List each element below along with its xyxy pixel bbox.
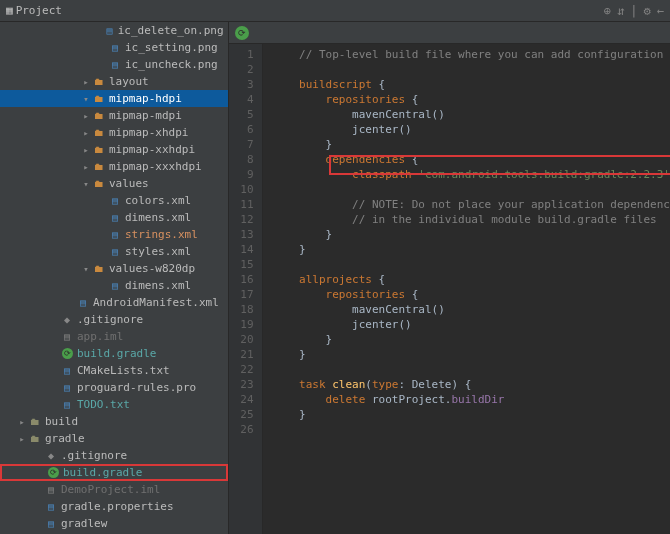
code-line-4[interactable]: repositories { bbox=[273, 92, 670, 107]
expand-arrow-icon[interactable]: ▸ bbox=[80, 145, 92, 155]
line-number: 16 bbox=[229, 272, 254, 287]
tree-item-build-gradle[interactable]: ⟳build.gradle bbox=[0, 345, 228, 362]
code-line-7[interactable]: } bbox=[273, 137, 670, 152]
gear-icon[interactable]: ⚙ bbox=[644, 4, 651, 18]
highlight-box bbox=[329, 155, 670, 175]
line-number: 17 bbox=[229, 287, 254, 302]
file-gray-icon: ▤ bbox=[60, 330, 74, 344]
tree-item-values[interactable]: ▾🖿values bbox=[0, 175, 228, 192]
minimize-icon[interactable]: ← bbox=[657, 4, 664, 18]
code-line-23[interactable]: task clean(type: Delete) { bbox=[273, 377, 670, 392]
code-editor[interactable]: 1234567891011121314151617181920212223242… bbox=[229, 44, 670, 534]
tree-item-mipmap-xhdpi[interactable]: ▸🖿mipmap-xhdpi bbox=[0, 124, 228, 141]
scroll-icon[interactable]: ⇵ bbox=[617, 4, 624, 18]
tree-item-demoproject-iml[interactable]: ▤DemoProject.iml bbox=[0, 481, 228, 498]
code-line-25[interactable]: } bbox=[273, 407, 670, 422]
expand-arrow-icon[interactable]: ▸ bbox=[16, 434, 28, 444]
code-line-12[interactable]: // in the individual module build.gradle… bbox=[273, 212, 670, 227]
tree-item--gitignore[interactable]: ◆.gitignore bbox=[0, 447, 228, 464]
line-number: 26 bbox=[229, 422, 254, 437]
tree-item-label: values-w820dp bbox=[109, 262, 195, 275]
code-line-22[interactable] bbox=[273, 362, 670, 377]
line-number: 21 bbox=[229, 347, 254, 362]
tree-item-gradle[interactable]: ▸🖿gradle bbox=[0, 430, 228, 447]
tree-item-label: ic_uncheck.png bbox=[125, 58, 218, 71]
tree-item-mipmap-xxxhdpi[interactable]: ▸🖿mipmap-xxxhdpi bbox=[0, 158, 228, 175]
tree-item-label: styles.xml bbox=[125, 245, 191, 258]
file-green-icon: ⟳ bbox=[60, 347, 74, 361]
tree-item-dimens-xml[interactable]: ▤dimens.xml bbox=[0, 209, 228, 226]
code-line-24[interactable]: delete rootProject.buildDir bbox=[273, 392, 670, 407]
expand-arrow-icon[interactable]: ▾ bbox=[80, 94, 92, 104]
tree-item-gradle-properties[interactable]: ▤gradle.properties bbox=[0, 498, 228, 515]
line-number: 18 bbox=[229, 302, 254, 317]
project-tree[interactable]: ▤ic_delete_on.png▤ic_setting.png▤ic_unch… bbox=[0, 22, 229, 534]
code-line-18[interactable]: mavenCentral() bbox=[273, 302, 670, 317]
folder-orange-icon: 🖿 bbox=[92, 262, 106, 276]
tree-item-styles-xml[interactable]: ▤styles.xml bbox=[0, 243, 228, 260]
expand-arrow-icon[interactable]: ▸ bbox=[80, 162, 92, 172]
code-line-10[interactable] bbox=[273, 182, 670, 197]
expand-arrow-icon[interactable]: ▸ bbox=[80, 111, 92, 121]
tree-item-ic-delete-on-png[interactable]: ▤ic_delete_on.png bbox=[0, 22, 228, 39]
project-icon: ▦ bbox=[6, 4, 13, 17]
tree-item-colors-xml[interactable]: ▤colors.xml bbox=[0, 192, 228, 209]
tree-item-cmakelists-txt[interactable]: ▤CMakeLists.txt bbox=[0, 362, 228, 379]
code-line-17[interactable]: repositories { bbox=[273, 287, 670, 302]
tree-item-build[interactable]: ▸🖿build bbox=[0, 413, 228, 430]
tree-item-mipmap-xxhdpi[interactable]: ▸🖿mipmap-xxhdpi bbox=[0, 141, 228, 158]
file-gray-icon: ▤ bbox=[44, 483, 58, 497]
expand-arrow-icon[interactable]: ▸ bbox=[16, 417, 28, 427]
tree-item-label: DemoProject.iml bbox=[61, 483, 160, 496]
file-diamond-icon: ◆ bbox=[60, 313, 74, 327]
expand-arrow-icon[interactable]: ▾ bbox=[80, 179, 92, 189]
line-number: 9 bbox=[229, 167, 254, 182]
code-line-13[interactable]: } bbox=[273, 227, 670, 242]
code-line-20[interactable]: } bbox=[273, 332, 670, 347]
tree-item-values-w820dp[interactable]: ▾🖿values-w820dp bbox=[0, 260, 228, 277]
code-line-19[interactable]: jcenter() bbox=[273, 317, 670, 332]
collapse-icon[interactable]: ⊕ bbox=[604, 4, 611, 18]
line-number: 10 bbox=[229, 182, 254, 197]
code-line-16[interactable]: allprojects { bbox=[273, 272, 670, 287]
tree-item-dimens-xml[interactable]: ▤dimens.xml bbox=[0, 277, 228, 294]
tree-item-app-iml[interactable]: ▤app.iml bbox=[0, 328, 228, 345]
tree-item-todo-txt[interactable]: ▤TODO.txt bbox=[0, 396, 228, 413]
expand-arrow-icon[interactable]: ▸ bbox=[80, 77, 92, 87]
code-line-5[interactable]: mavenCentral() bbox=[273, 107, 670, 122]
folder-orange-icon: 🖿 bbox=[92, 75, 106, 89]
tree-item-gradlew[interactable]: ▤gradlew bbox=[0, 515, 228, 532]
code-line-3[interactable]: buildscript { bbox=[273, 77, 670, 92]
tree-item-ic-setting-png[interactable]: ▤ic_setting.png bbox=[0, 39, 228, 56]
line-number: 7 bbox=[229, 137, 254, 152]
tree-item-strings-xml[interactable]: ▤strings.xml bbox=[0, 226, 228, 243]
code-line-14[interactable]: } bbox=[273, 242, 670, 257]
tree-item--gitignore[interactable]: ◆.gitignore bbox=[0, 311, 228, 328]
gradle-tab-icon[interactable]: ⟳ bbox=[235, 26, 249, 40]
line-number: 8 bbox=[229, 152, 254, 167]
code-line-26[interactable] bbox=[273, 422, 670, 437]
code-line-21[interactable]: } bbox=[273, 347, 670, 362]
tree-item-build-gradle[interactable]: ⟳build.gradle bbox=[0, 464, 228, 481]
code-line-11[interactable]: // NOTE: Do not place your application d… bbox=[273, 197, 670, 212]
expand-arrow-icon[interactable]: ▸ bbox=[80, 128, 92, 138]
folder-orange-icon: 🖿 bbox=[92, 109, 106, 123]
code-line-15[interactable] bbox=[273, 257, 670, 272]
code-line-1[interactable]: // Top-level build file where you can ad… bbox=[273, 47, 670, 62]
tree-item-label: proguard-rules.pro bbox=[77, 381, 196, 394]
tree-item-androidmanifest-xml[interactable]: ▤AndroidManifest.xml bbox=[0, 294, 228, 311]
tree-item-mipmap-hdpi[interactable]: ▾🖿mipmap-hdpi bbox=[0, 90, 228, 107]
file-blue-icon: ▤ bbox=[108, 58, 122, 72]
expand-arrow-icon[interactable]: ▾ bbox=[80, 264, 92, 274]
code-area[interactable]: // Top-level build file where you can ad… bbox=[263, 44, 670, 534]
line-number: 13 bbox=[229, 227, 254, 242]
file-blue-icon: ▤ bbox=[108, 194, 122, 208]
tree-item-mipmap-mdpi[interactable]: ▸🖿mipmap-mdpi bbox=[0, 107, 228, 124]
line-number: 25 bbox=[229, 407, 254, 422]
code-line-2[interactable] bbox=[273, 62, 670, 77]
tree-item-layout[interactable]: ▸🖿layout bbox=[0, 73, 228, 90]
tree-item-ic-uncheck-png[interactable]: ▤ic_uncheck.png bbox=[0, 56, 228, 73]
tree-item-proguard-rules-pro[interactable]: ▤proguard-rules.pro bbox=[0, 379, 228, 396]
code-line-6[interactable]: jcenter() bbox=[273, 122, 670, 137]
tree-item-label: build.gradle bbox=[63, 466, 142, 479]
